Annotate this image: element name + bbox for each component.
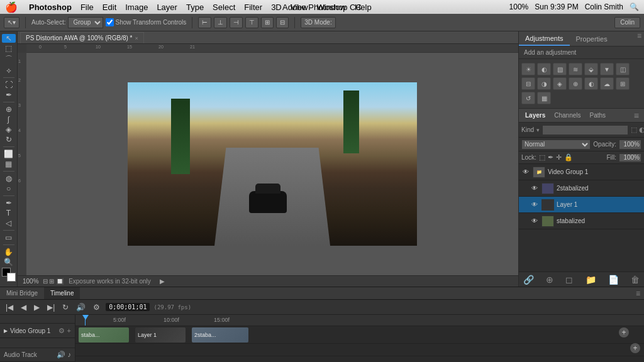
timeline-loop-btn[interactable]: ↻	[60, 303, 70, 312]
show-transform-checkbox[interactable]	[106, 18, 114, 26]
adj-tab-adjustments[interactable]: Adjustments	[519, 31, 570, 46]
adj-panel-menu[interactable]: ≡	[635, 31, 644, 46]
lock-pixels-icon[interactable]: ✒	[548, 153, 553, 162]
align-left-btn[interactable]: ⊢	[198, 17, 211, 28]
new-group-btn[interactable]: 📁	[584, 275, 598, 285]
move-tool-options[interactable]: ↖▾	[4, 17, 19, 28]
track-add-icon[interactable]: +	[67, 327, 71, 335]
timeline-tab-minibridge[interactable]: Mini Bridge	[0, 287, 44, 299]
clip-stab[interactable]: staba...	[79, 327, 129, 343]
3d-mode-btn[interactable]: 3D Mode:	[301, 17, 335, 28]
auto-select-dropdown[interactable]: Group	[68, 17, 103, 28]
lsi-adjust-icon[interactable]: ◐	[639, 126, 644, 134]
adj-exposure-btn[interactable]: ⬙	[584, 63, 598, 75]
layers-tab-channels[interactable]: Channels	[550, 111, 584, 120]
file-menu[interactable]: File	[80, 3, 94, 12]
adj-brightness-btn[interactable]: ☀	[521, 63, 535, 75]
layer-eye-2stab[interactable]: 👁	[530, 184, 539, 193]
canvas-scroll[interactable]	[26, 53, 518, 275]
tab-close-icon[interactable]: ×	[135, 35, 138, 41]
adj-bw-btn[interactable]: ◑	[537, 77, 551, 90]
3d-menu[interactable]: 3D	[271, 3, 282, 12]
adj-color-balance-btn[interactable]: ⊟	[521, 77, 535, 90]
lock-all-icon[interactable]: 🔒	[564, 153, 573, 162]
magic-wand-tool[interactable]: ⟡	[2, 66, 16, 75]
timeline-add-audio-btn[interactable]: +	[630, 343, 640, 353]
history-brush-tool[interactable]: ↻	[2, 135, 16, 144]
filter-menu[interactable]: Filter	[244, 3, 262, 12]
timeline-play-btn[interactable]: ▶	[32, 303, 42, 312]
stamp-tool[interactable]: ◈	[2, 125, 16, 134]
layer-eye-video-group[interactable]: 👁	[521, 168, 530, 177]
align-top-btn[interactable]: ⊤	[245, 17, 258, 28]
align-right-btn[interactable]: ⊣	[230, 17, 243, 28]
align-middle-btn[interactable]: ⊞	[261, 17, 274, 28]
timeline-sound-btn[interactable]: 🔊	[74, 303, 87, 312]
brush-tool[interactable]: ∫	[2, 115, 16, 124]
layer-row-2stab[interactable]: 👁 2stabalized	[519, 180, 644, 197]
timeline-settings-btn[interactable]: ⚙	[91, 303, 102, 312]
new-layer-btn[interactable]: 📄	[606, 275, 621, 285]
adj-posterize-btn[interactable]: ⊞	[616, 77, 630, 90]
adj-contrast-btn[interactable]: ◐	[537, 63, 551, 75]
adj-vibrance-btn[interactable]: ▼	[600, 63, 614, 75]
opacity-input[interactable]	[619, 140, 641, 150]
layers-panel-menu[interactable]: ≡	[631, 111, 641, 121]
adj-levels-btn[interactable]: ▧	[553, 63, 567, 75]
app-name-menu[interactable]: Photoshop	[29, 3, 72, 12]
lsi-pixel-icon[interactable]: ⬚	[631, 126, 637, 134]
layers-search-input[interactable]	[542, 125, 628, 135]
select-tool[interactable]: ⬚	[2, 44, 16, 53]
timeline-panel-menu[interactable]: ≡	[632, 289, 644, 298]
delete-layer-btn[interactable]: 🗑	[629, 275, 641, 285]
lasso-tool[interactable]: ⌒	[2, 54, 16, 65]
adj-gradient-map-btn[interactable]: ▦	[537, 92, 551, 104]
document-tab[interactable]: PS Distortion AWA @ 100% (RGB/8) * ×	[20, 32, 144, 43]
select-menu[interactable]: Select	[213, 3, 235, 12]
link-layers-btn[interactable]: 🔗	[521, 275, 536, 285]
search-kind-dropdown[interactable]: ▾	[536, 127, 540, 133]
layer-eye-stab[interactable]: 👁	[530, 217, 539, 226]
shape-tool[interactable]: ▭	[2, 233, 16, 242]
edit-menu[interactable]: Edit	[103, 3, 116, 12]
adj-hsl-btn[interactable]: ◫	[616, 63, 630, 75]
fg-bg-colors[interactable]	[2, 268, 16, 282]
apple-menu-icon[interactable]: 🍎	[5, 1, 18, 13]
gradient-tool[interactable]: ▦	[2, 160, 16, 168]
crop-tool[interactable]: ⛶	[2, 80, 16, 89]
adj-invert-btn[interactable]: ☁	[600, 77, 614, 90]
path-tool[interactable]: ◁	[2, 219, 16, 228]
user-btn[interactable]: Colin	[614, 17, 640, 28]
layer-eye-layer1[interactable]: 👁	[530, 200, 539, 209]
timeline-prev-frame-btn[interactable]: ◀	[19, 303, 28, 312]
add-style-btn[interactable]: ⊕	[544, 275, 555, 285]
adj-threshold-btn[interactable]: ↺	[521, 92, 535, 104]
layers-tab-paths[interactable]: Paths	[586, 111, 610, 120]
adj-photo-filter-btn[interactable]: ◈	[553, 77, 567, 90]
type-menu[interactable]: Type	[186, 3, 204, 12]
layer-menu[interactable]: Layer	[157, 3, 177, 12]
adj-curves-btn[interactable]: ≋	[569, 63, 582, 75]
track-label-video-group[interactable]: ▶ Video Group 1 ⚙ +	[0, 324, 75, 337]
search-icon[interactable]: 🔍	[630, 3, 639, 11]
clip-2stab[interactable]: 2staba...	[192, 327, 248, 343]
align-bottom-btn[interactable]: ⊟	[276, 17, 289, 28]
adj-tab-properties[interactable]: Properties	[570, 31, 614, 46]
adj-channel-mixer-btn[interactable]: ⊕	[569, 77, 582, 90]
lock-position-icon[interactable]: ✛	[556, 153, 562, 162]
layers-tab-layers[interactable]: Layers	[521, 111, 549, 120]
zoom-tool[interactable]: 🔍	[2, 258, 16, 266]
eraser-tool[interactable]: ⬜	[2, 150, 16, 158]
clip-layer1[interactable]: Layer 1	[135, 327, 186, 343]
layer-row-layer1[interactable]: 👁 Layer 1	[519, 197, 644, 213]
hand-tool[interactable]: ✋	[2, 248, 16, 256]
layer-row-video-group[interactable]: 👁 📁 Video Group 1	[519, 164, 644, 180]
timeline-playhead[interactable]	[85, 315, 86, 326]
align-center-btn[interactable]: ⊥	[214, 17, 227, 28]
timeline-go-start-btn[interactable]: |◀	[4, 303, 15, 312]
audio-note-icon[interactable]: ♪	[68, 351, 72, 359]
adj-color-lookup-btn[interactable]: ◐	[584, 77, 598, 90]
background-color[interactable]	[7, 273, 16, 282]
type-tool[interactable]: T	[2, 209, 16, 217]
track-collapse-arrow[interactable]: ▶	[4, 328, 8, 334]
